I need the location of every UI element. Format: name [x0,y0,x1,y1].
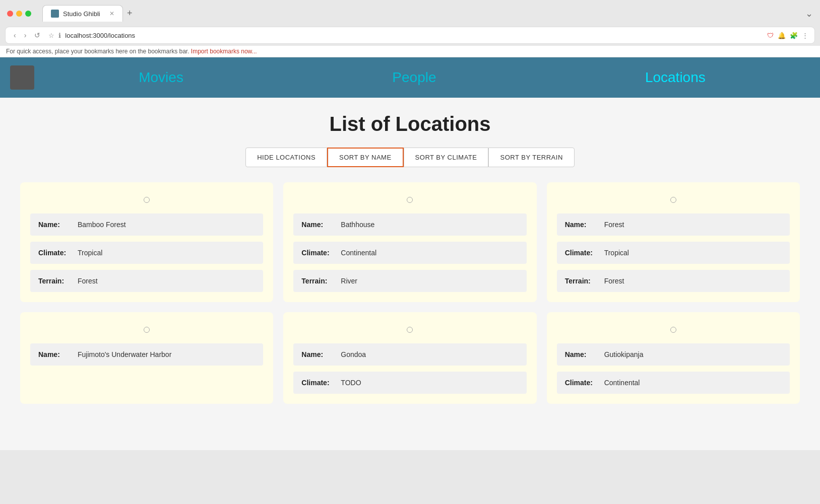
bookmarks-bar: For quick access, place your bookmarks h… [0,46,820,57]
name-value: Bamboo Forest [78,221,126,229]
card-image [557,322,790,337]
climate-value: Continental [341,249,376,257]
forward-button[interactable]: › [22,30,29,40]
security-icon: ℹ [58,32,61,39]
location-card: Name: Forest Climate: Tropical Terrain: … [547,182,800,302]
minimize-button[interactable] [16,11,22,17]
name-value: Bathhouse [341,221,374,229]
card-image [30,322,263,337]
import-bookmarks-link[interactable]: Import bookmarks now... [191,48,257,55]
nav-link-locations[interactable]: Locations [645,69,706,86]
close-button[interactable] [7,11,13,17]
notification-icon: 🔔 [778,32,786,39]
card-climate-row: Climate: Continental [557,372,790,394]
address-bar: ‹ › ↺ ☆ ℹ 🛡 🔔 🧩 ⋮ [5,27,815,44]
menu-icon[interactable]: ⋮ [802,32,808,39]
main-content: List of Locations HIDE LOCATIONS SORT BY… [0,98,820,450]
location-card: Name: Bathhouse Climate: Continental Ter… [283,182,536,302]
name-value: Gondoa [341,350,366,358]
tab-close-button[interactable]: ✕ [109,10,114,17]
url-input[interactable] [65,32,761,39]
tab-favicon [51,10,59,18]
browser-chrome: Studio Ghibli ✕ + ⌄ ‹ › ↺ ☆ ℹ 🛡 🔔 🧩 ⋮ Fo… [0,0,820,57]
climate-value: Continental [604,379,640,387]
nav-links: Movies People Locations [34,69,810,86]
climate-label: Climate: [565,379,600,387]
card-dot [407,197,413,203]
bookmark-icon: ☆ [48,32,54,39]
nav-link-movies[interactable]: Movies [139,69,183,86]
climate-value: Tropical [604,249,629,257]
sort-by-terrain-button[interactable]: SORT BY TERRAIN [488,148,574,167]
tab-title: Studio Ghibli [63,10,100,18]
climate-label: Climate: [38,249,74,257]
card-terrain-row: Terrain: Forest [30,270,263,292]
card-dot [670,327,676,333]
card-terrain-row: Terrain: River [293,270,526,292]
active-tab[interactable]: Studio Ghibli ✕ [42,5,123,22]
name-label: Name: [301,221,337,229]
name-value: Forest [604,221,624,229]
card-climate-row: Climate: Tropical [30,242,263,264]
card-dot [144,197,150,203]
cards-grid: Name: Bamboo Forest Climate: Tropical Te… [20,182,800,404]
card-dot [670,197,676,203]
card-dot [144,327,150,333]
app-wrapper: Movies People Locations List of Location… [0,57,820,450]
refresh-button[interactable]: ↺ [32,30,42,40]
location-card: Name: Gutiokipanja Climate: Continental [547,312,800,404]
back-button[interactable]: ‹ [12,30,18,40]
card-climate-row: Climate: Tropical [557,242,790,264]
nav-link-people[interactable]: People [392,69,436,86]
new-tab-button[interactable]: + [123,8,137,19]
traffic-lights [7,11,31,17]
name-label: Name: [565,350,600,358]
sort-by-climate-button[interactable]: SORT BY CLIMATE [404,148,489,167]
extension-icon: 🧩 [790,32,798,39]
climate-value: TODO [341,379,361,387]
terrain-value: Forest [78,277,98,285]
terrain-label: Terrain: [301,277,337,285]
climate-label: Climate: [301,249,337,257]
name-label: Name: [38,350,74,358]
window-expand-button[interactable]: ⌄ [805,8,813,19]
name-label: Name: [301,350,337,358]
terrain-label: Terrain: [565,277,600,285]
sort-buttons: HIDE LOCATIONS SORT BY NAME SORT BY CLIM… [20,148,800,167]
name-label: Name: [565,221,600,229]
card-name-row: Name: Fujimoto's Underwater Harbor [30,343,263,366]
navbar: Movies People Locations [0,57,820,98]
card-name-row: Name: Bathhouse [293,213,526,236]
nav-logo [10,65,34,90]
card-dot [407,327,413,333]
shield-icon: 🛡 [767,32,774,39]
card-image [293,322,526,337]
name-value: Fujimoto's Underwater Harbor [78,350,171,358]
maximize-button[interactable] [25,11,31,17]
climate-label: Climate: [301,379,337,387]
terrain-label: Terrain: [38,277,74,285]
climate-value: Tropical [78,249,102,257]
title-bar: Studio Ghibli ✕ + ⌄ [0,0,820,27]
hide-locations-button[interactable]: HIDE LOCATIONS [245,148,327,167]
climate-label: Climate: [565,249,600,257]
sort-by-name-button[interactable]: SORT BY NAME [327,148,404,167]
card-name-row: Name: Gondoa [293,343,526,366]
card-image [557,192,790,207]
location-card: Name: Bamboo Forest Climate: Tropical Te… [20,182,273,302]
card-image [293,192,526,207]
page-title: List of Locations [20,113,800,135]
terrain-value: River [341,277,357,285]
location-card: Name: Fujimoto's Underwater Harbor [20,312,273,404]
location-card: Name: Gondoa Climate: TODO [283,312,536,404]
card-name-row: Name: Gutiokipanja [557,343,790,366]
name-value: Gutiokipanja [604,350,644,358]
name-label: Name: [38,221,74,229]
card-image [30,192,263,207]
card-climate-row: Climate: TODO [293,372,526,394]
card-terrain-row: Terrain: Forest [557,270,790,292]
terrain-value: Forest [604,277,624,285]
card-name-row: Name: Forest [557,213,790,236]
bookmarks-text: For quick access, place your bookmarks h… [6,48,190,55]
tab-bar: Studio Ghibli ✕ + [35,5,801,22]
